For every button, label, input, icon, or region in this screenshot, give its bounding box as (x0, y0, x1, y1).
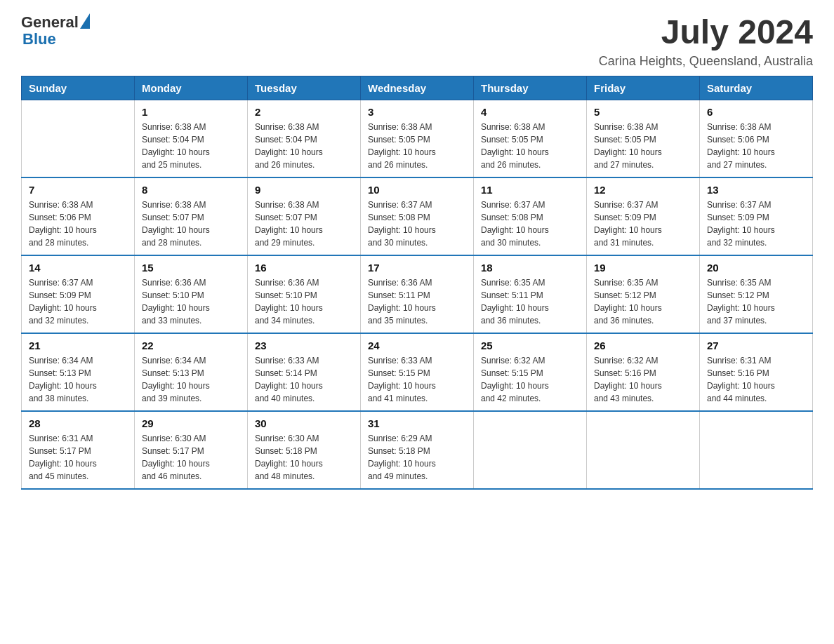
day-number: 18 (481, 262, 579, 274)
col-friday: Friday (587, 76, 700, 100)
day-info: Sunrise: 6:38 AMSunset: 5:06 PMDaylight:… (29, 199, 127, 249)
day-info: Sunrise: 6:36 AMSunset: 5:11 PMDaylight:… (368, 276, 466, 327)
calendar-cell: 17Sunrise: 6:36 AMSunset: 5:11 PMDayligh… (361, 255, 474, 333)
day-number: 27 (707, 340, 805, 351)
day-number: 8 (142, 184, 240, 196)
day-info: Sunrise: 6:33 AMSunset: 5:14 PMDaylight:… (255, 354, 353, 405)
day-info: Sunrise: 6:36 AMSunset: 5:10 PMDaylight:… (142, 276, 240, 327)
week-row-3: 14Sunrise: 6:37 AMSunset: 5:09 PMDayligh… (22, 255, 813, 333)
week-row-2: 7Sunrise: 6:38 AMSunset: 5:06 PMDaylight… (22, 177, 813, 255)
calendar-cell: 16Sunrise: 6:36 AMSunset: 5:10 PMDayligh… (248, 255, 361, 333)
day-number: 24 (368, 340, 466, 351)
calendar-cell: 3Sunrise: 6:38 AMSunset: 5:05 PMDaylight… (361, 100, 474, 177)
day-number: 15 (142, 262, 240, 274)
day-info: Sunrise: 6:37 AMSunset: 5:08 PMDaylight:… (368, 199, 466, 249)
calendar-cell: 4Sunrise: 6:38 AMSunset: 5:05 PMDaylight… (474, 100, 587, 177)
calendar-cell: 9Sunrise: 6:38 AMSunset: 5:07 PMDaylight… (248, 177, 361, 255)
calendar-cell: 18Sunrise: 6:35 AMSunset: 5:11 PMDayligh… (474, 255, 587, 333)
calendar-cell: 19Sunrise: 6:35 AMSunset: 5:12 PMDayligh… (587, 255, 700, 333)
col-sunday: Sunday (22, 76, 135, 100)
day-number: 10 (368, 184, 466, 196)
calendar-cell: 7Sunrise: 6:38 AMSunset: 5:06 PMDaylight… (22, 177, 135, 255)
day-info: Sunrise: 6:30 AMSunset: 5:17 PMDaylight:… (142, 432, 240, 483)
day-number: 30 (255, 417, 353, 429)
calendar-cell (22, 100, 135, 177)
calendar-cell (474, 411, 587, 489)
col-tuesday: Tuesday (248, 76, 361, 100)
calendar-cell: 25Sunrise: 6:32 AMSunset: 5:15 PMDayligh… (474, 333, 587, 411)
calendar-header: Sunday Monday Tuesday Wednesday Thursday… (22, 76, 813, 100)
day-info: Sunrise: 6:37 AMSunset: 5:09 PMDaylight:… (29, 276, 127, 327)
day-info: Sunrise: 6:35 AMSunset: 5:12 PMDaylight:… (594, 276, 692, 327)
col-saturday: Saturday (700, 76, 813, 100)
day-number: 12 (594, 184, 692, 196)
week-row-1: 1Sunrise: 6:38 AMSunset: 5:04 PMDaylight… (22, 100, 813, 177)
day-number: 2 (255, 106, 353, 118)
day-info: Sunrise: 6:38 AMSunset: 5:06 PMDaylight:… (707, 121, 805, 171)
day-info: Sunrise: 6:35 AMSunset: 5:12 PMDaylight:… (707, 276, 805, 327)
logo-blue: Blue (22, 31, 90, 48)
calendar-body: 1Sunrise: 6:38 AMSunset: 5:04 PMDaylight… (22, 100, 813, 489)
day-info: Sunrise: 6:35 AMSunset: 5:11 PMDaylight:… (481, 276, 579, 327)
calendar-cell: 26Sunrise: 6:32 AMSunset: 5:16 PMDayligh… (587, 333, 700, 411)
calendar-cell: 14Sunrise: 6:37 AMSunset: 5:09 PMDayligh… (22, 255, 135, 333)
day-number: 20 (707, 262, 805, 274)
header-row: Sunday Monday Tuesday Wednesday Thursday… (22, 76, 813, 100)
day-info: Sunrise: 6:37 AMSunset: 5:09 PMDaylight:… (707, 199, 805, 249)
title-area: July 2024 Carina Heights, Queensland, Au… (599, 14, 813, 69)
calendar-cell: 29Sunrise: 6:30 AMSunset: 5:17 PMDayligh… (135, 411, 248, 489)
calendar-table: Sunday Monday Tuesday Wednesday Thursday… (21, 76, 813, 490)
day-number: 17 (368, 262, 466, 274)
logo-triangle-icon (80, 13, 90, 29)
calendar-cell: 23Sunrise: 6:33 AMSunset: 5:14 PMDayligh… (248, 333, 361, 411)
day-number: 9 (255, 184, 353, 196)
calendar-cell: 2Sunrise: 6:38 AMSunset: 5:04 PMDaylight… (248, 100, 361, 177)
calendar-cell: 21Sunrise: 6:34 AMSunset: 5:13 PMDayligh… (22, 333, 135, 411)
calendar-cell: 31Sunrise: 6:29 AMSunset: 5:18 PMDayligh… (361, 411, 474, 489)
day-info: Sunrise: 6:29 AMSunset: 5:18 PMDaylight:… (368, 432, 466, 483)
day-info: Sunrise: 6:38 AMSunset: 5:05 PMDaylight:… (368, 121, 466, 171)
day-info: Sunrise: 6:38 AMSunset: 5:05 PMDaylight:… (481, 121, 579, 171)
day-number: 22 (142, 340, 240, 351)
day-number: 4 (481, 106, 579, 118)
day-number: 6 (707, 106, 805, 118)
calendar-cell: 30Sunrise: 6:30 AMSunset: 5:18 PMDayligh… (248, 411, 361, 489)
day-info: Sunrise: 6:37 AMSunset: 5:08 PMDaylight:… (481, 199, 579, 249)
day-number: 13 (707, 184, 805, 196)
calendar-cell: 11Sunrise: 6:37 AMSunset: 5:08 PMDayligh… (474, 177, 587, 255)
logo-general: General (21, 14, 79, 31)
day-info: Sunrise: 6:38 AMSunset: 5:07 PMDaylight:… (255, 199, 353, 249)
day-number: 29 (142, 417, 240, 429)
calendar-cell: 5Sunrise: 6:38 AMSunset: 5:05 PMDaylight… (587, 100, 700, 177)
calendar-cell: 12Sunrise: 6:37 AMSunset: 5:09 PMDayligh… (587, 177, 700, 255)
day-info: Sunrise: 6:34 AMSunset: 5:13 PMDaylight:… (142, 354, 240, 405)
day-info: Sunrise: 6:30 AMSunset: 5:18 PMDaylight:… (255, 432, 353, 483)
day-info: Sunrise: 6:32 AMSunset: 5:16 PMDaylight:… (594, 354, 692, 405)
calendar-cell: 8Sunrise: 6:38 AMSunset: 5:07 PMDaylight… (135, 177, 248, 255)
day-number: 14 (29, 262, 127, 274)
day-info: Sunrise: 6:38 AMSunset: 5:04 PMDaylight:… (142, 121, 240, 171)
day-number: 25 (481, 340, 579, 351)
calendar-cell: 24Sunrise: 6:33 AMSunset: 5:15 PMDayligh… (361, 333, 474, 411)
day-info: Sunrise: 6:37 AMSunset: 5:09 PMDaylight:… (594, 199, 692, 249)
day-number: 3 (368, 106, 466, 118)
day-info: Sunrise: 6:32 AMSunset: 5:15 PMDaylight:… (481, 354, 579, 405)
day-number: 1 (142, 106, 240, 118)
week-row-4: 21Sunrise: 6:34 AMSunset: 5:13 PMDayligh… (22, 333, 813, 411)
calendar-cell: 15Sunrise: 6:36 AMSunset: 5:10 PMDayligh… (135, 255, 248, 333)
calendar-cell (700, 411, 813, 489)
day-number: 23 (255, 340, 353, 351)
day-info: Sunrise: 6:38 AMSunset: 5:07 PMDaylight:… (142, 199, 240, 249)
day-number: 28 (29, 417, 127, 429)
calendar-cell: 10Sunrise: 6:37 AMSunset: 5:08 PMDayligh… (361, 177, 474, 255)
day-info: Sunrise: 6:33 AMSunset: 5:15 PMDaylight:… (368, 354, 466, 405)
day-number: 7 (29, 184, 127, 196)
col-thursday: Thursday (474, 76, 587, 100)
day-number: 11 (481, 184, 579, 196)
day-info: Sunrise: 6:34 AMSunset: 5:13 PMDaylight:… (29, 354, 127, 405)
day-number: 16 (255, 262, 353, 274)
location-subtitle: Carina Heights, Queensland, Australia (599, 54, 813, 69)
day-info: Sunrise: 6:36 AMSunset: 5:10 PMDaylight:… (255, 276, 353, 327)
day-number: 21 (29, 340, 127, 351)
day-info: Sunrise: 6:31 AMSunset: 5:16 PMDaylight:… (707, 354, 805, 405)
